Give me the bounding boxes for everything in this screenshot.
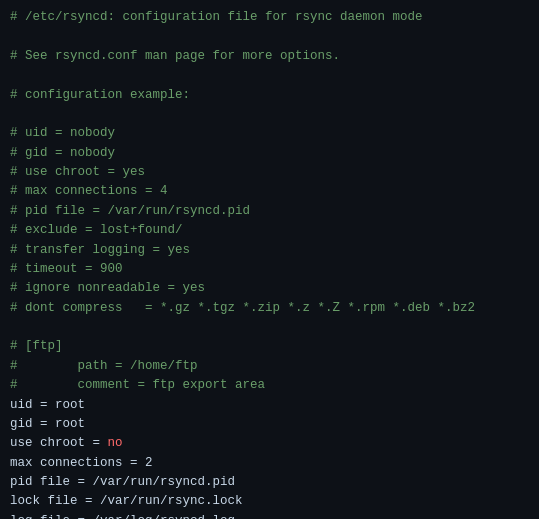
code-line: # exclude = lost+found/ — [10, 221, 529, 240]
code-line: # path = /home/ftp — [10, 357, 529, 376]
code-line: # ignore nonreadable = yes — [10, 279, 529, 298]
code-content: # /etc/rsyncd: configuration file for rs… — [10, 8, 529, 519]
code-line: uid = root — [10, 396, 529, 415]
code-line: # use chroot = yes — [10, 163, 529, 182]
code-line — [10, 66, 529, 85]
code-line: # pid file = /var/run/rsyncd.pid — [10, 202, 529, 221]
code-line — [10, 105, 529, 124]
code-line: use chroot = no — [10, 434, 529, 453]
code-line: # dont compress = *.gz *.tgz *.zip *.z *… — [10, 299, 529, 318]
code-line: # uid = nobody — [10, 124, 529, 143]
code-line: # comment = ftp export area — [10, 376, 529, 395]
code-line: max connections = 2 — [10, 454, 529, 473]
code-line: # transfer logging = yes — [10, 241, 529, 260]
code-line: pid file = /var/run/rsyncd.pid — [10, 473, 529, 492]
code-line: # gid = nobody — [10, 144, 529, 163]
code-line: # See rsyncd.conf man page for more opti… — [10, 47, 529, 66]
code-line: # [ftp] — [10, 337, 529, 356]
code-line: # max connections = 4 — [10, 182, 529, 201]
code-line: # timeout = 900 — [10, 260, 529, 279]
code-line — [10, 27, 529, 46]
code-line: # configuration example: — [10, 86, 529, 105]
code-line: lock file = /var/run/rsync.lock — [10, 492, 529, 511]
code-line: # /etc/rsyncd: configuration file for rs… — [10, 8, 529, 27]
code-editor: # /etc/rsyncd: configuration file for rs… — [0, 0, 539, 519]
code-line: log file = /var/log/rsyncd.log — [10, 512, 529, 519]
code-line — [10, 318, 529, 337]
code-line: gid = root — [10, 415, 529, 434]
